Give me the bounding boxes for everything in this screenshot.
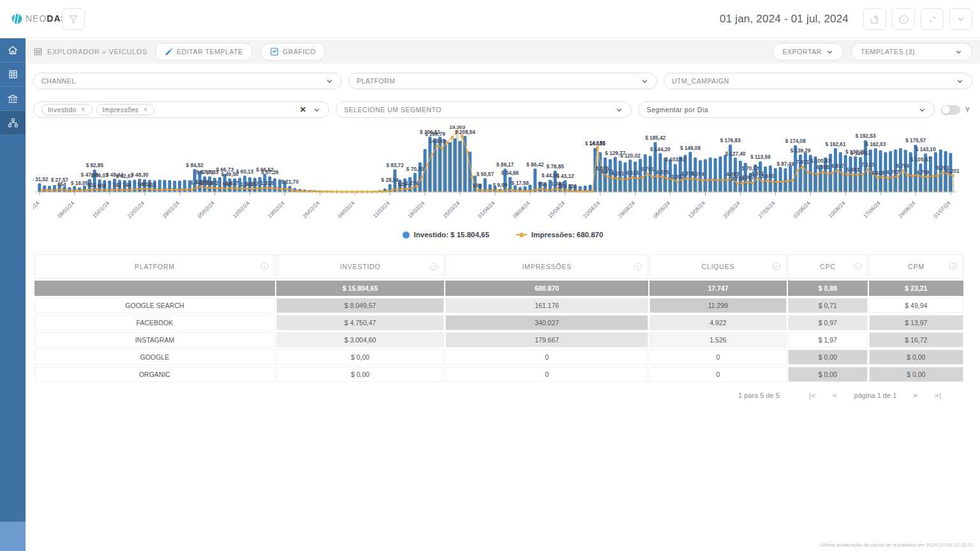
svg-text:14.158: 14.158 — [590, 140, 605, 146]
totals-cell: $ 0,89 — [788, 281, 868, 296]
metric-tag[interactable]: Impressões✕ — [96, 104, 155, 115]
svg-text:27/05/24: 27/05/24 — [757, 200, 776, 219]
exportar-dropdown[interactable]: EXPORTAR — [773, 43, 843, 61]
remove-tag-icon[interactable]: ✕ — [81, 107, 86, 113]
svg-text:20/05/24: 20/05/24 — [722, 200, 741, 219]
svg-text:5.493: 5.493 — [846, 167, 859, 173]
column-header-label: CLIQUES — [702, 263, 735, 270]
chart-legend: Investido: $ 15.804,65 Impressões: 680.8… — [26, 231, 980, 239]
first-page-button[interactable]: |< — [809, 392, 816, 399]
utm-campaign-dropdown[interactable]: UTM_CAMPAIGN — [664, 73, 972, 89]
column-info-icon[interactable]: i — [773, 263, 780, 270]
svg-text:$ 82,85: $ 82,85 — [86, 163, 104, 168]
svg-text:$ 28,54: $ 28,54 — [382, 177, 399, 183]
svg-text:$ 54,66: $ 54,66 — [501, 170, 519, 176]
channel-dropdown[interactable]: CHANNEL — [33, 73, 342, 89]
svg-text:$ 21,70: $ 21,70 — [281, 179, 299, 185]
table-cell: $ 0,00 — [869, 367, 963, 382]
date-range[interactable]: 01 jan, 2024 - 01 jul, 2024 — [720, 13, 849, 26]
resize-button[interactable] — [921, 8, 944, 30]
sidebar-item-home[interactable] — [0, 38, 26, 62]
clear-metrics-button[interactable]: ✕ — [300, 105, 307, 114]
svg-text:18/03/24: 18/03/24 — [406, 200, 426, 219]
svg-text:$ 208,54: $ 208,54 — [455, 129, 475, 135]
table-cell: $ 8.049,57 — [276, 298, 444, 313]
chevron-down-icon — [918, 106, 926, 114]
svg-text:04/03/24: 04/03/24 — [336, 200, 356, 219]
svg-text:25/03/24: 25/03/24 — [442, 200, 461, 219]
svg-text:3.630: 3.630 — [761, 173, 775, 179]
svg-text:$ 113,59: $ 113,59 — [750, 154, 771, 160]
metric-tag[interactable]: Investido✕ — [41, 104, 93, 115]
next-page-button[interactable]: > — [913, 392, 917, 399]
svg-text:604: 604 — [98, 183, 107, 189]
sidebar-bottom-item[interactable] — [0, 522, 26, 551]
svg-text:1.274: 1.274 — [406, 180, 419, 186]
table-header-row: PLATFORMiINVESTIDOiIMPRESSÕESiCLIQUESiCP… — [34, 254, 963, 279]
legend-investido[interactable]: Investido: $ 15.804,65 — [403, 231, 489, 239]
table-cell: 179.667 — [445, 332, 648, 348]
chart-icon — [270, 47, 279, 56]
sidebar-item-institution[interactable] — [0, 87, 26, 111]
svg-text:$ 162,03: $ 162,03 — [865, 142, 886, 147]
impressoes-marker-icon — [516, 233, 527, 237]
collapse-button[interactable] — [949, 8, 972, 30]
table-cell: FACEBOOK — [34, 315, 275, 330]
legend-impressoes[interactable]: Impressões: 680.870 — [516, 231, 604, 239]
column-info-icon[interactable]: i — [949, 263, 957, 270]
templates-dropdown[interactable]: TEMPLATES (3) — [851, 43, 972, 61]
column-header-label: INVESTIDO — [340, 263, 381, 270]
remove-tag-icon[interactable]: ✕ — [143, 107, 148, 113]
svg-text:$ 144,20: $ 144,20 — [650, 147, 671, 152]
table-cell: 4.922 — [650, 315, 787, 330]
svg-text:749: 749 — [122, 182, 131, 188]
svg-text:19/02/24: 19/02/24 — [266, 200, 286, 219]
column-header-label: IMPRESSÕES — [522, 263, 571, 270]
svg-text:$ 103,93: $ 103,93 — [665, 157, 686, 163]
svg-text:7.123: 7.123 — [861, 162, 875, 168]
svg-text:854: 854 — [57, 182, 66, 187]
platform-dropdown[interactable]: PLATFORM — [348, 73, 657, 89]
info-button[interactable] — [892, 8, 915, 30]
svg-text:$ 57,26: $ 57,26 — [261, 170, 279, 175]
column-info-icon[interactable]: i — [430, 263, 438, 270]
sidebar-item-tables[interactable] — [0, 62, 26, 87]
metric-tag-label: Investido — [48, 107, 77, 114]
filter-button[interactable] — [62, 8, 85, 30]
svg-text:742: 742 — [112, 182, 121, 188]
svg-text:$ 174,08: $ 174,08 — [785, 138, 806, 144]
column-info-icon[interactable]: i — [261, 263, 269, 270]
svg-text:05/02/24: 05/02/24 — [197, 200, 216, 219]
table-cell: GOOGLE SEARCH — [34, 298, 275, 313]
toggle-knob — [942, 106, 950, 114]
svg-text:$ 31,52: $ 31,52 — [33, 177, 48, 182]
svg-text:22/01/24: 22/01/24 — [126, 200, 146, 219]
table-cell: 0 — [445, 367, 648, 382]
breadcrumb: EXPLORADOR » VEÍCULOS — [33, 47, 147, 56]
prev-page-button[interactable]: < — [833, 392, 837, 399]
last-page-button[interactable]: >| — [935, 392, 942, 399]
column-info-icon[interactable]: i — [854, 263, 861, 270]
cache-updated-note: Última atualização de cache de resultado… — [820, 542, 975, 548]
table-cell: ORGANIC — [34, 367, 275, 382]
svg-text:4.825: 4.825 — [656, 170, 669, 175]
toolbar-right: EXPORTAR TEMPLATES (3) — [765, 43, 972, 61]
table-cell: $ 49,94 — [869, 298, 963, 313]
table-cell: $ 0,00 — [869, 349, 963, 365]
svg-text:$ 105,57: $ 105,57 — [910, 157, 931, 163]
edit-template-button[interactable]: EDITAR TEMPLATE — [155, 43, 253, 61]
column-info-icon[interactable]: i — [634, 263, 642, 270]
chart-area[interactable]: 01/01/2408/01/2415/01/2422/01/2429/01/24… — [33, 126, 972, 230]
table-cell: 161.176 — [445, 298, 648, 313]
svg-text:15/04/24: 15/04/24 — [547, 200, 567, 219]
y-axis-toggle[interactable] — [941, 105, 960, 115]
totals-cell: 17.747 — [650, 281, 787, 296]
share-button[interactable] — [863, 8, 886, 30]
svg-text:1.082: 1.082 — [246, 181, 259, 187]
metrics-multiselect[interactable]: Investido✕Impressões✕ ✕ — [33, 101, 329, 118]
svg-text:14.645: 14.645 — [429, 138, 445, 144]
sidebar-item-hierarchy[interactable] — [0, 111, 26, 135]
segment-dropdown[interactable]: SELECIONE UM SEGMENTO — [336, 101, 632, 118]
grafico-button[interactable]: GRÁFICO — [260, 43, 325, 61]
segment-by-dropdown[interactable]: Segmentar por Dia — [638, 101, 934, 118]
